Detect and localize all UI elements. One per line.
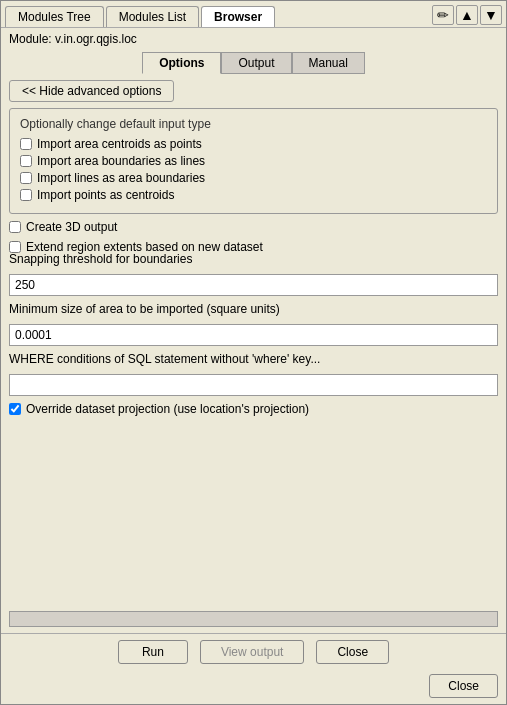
group-title: Optionally change default input type (20, 117, 487, 131)
override-projection-label[interactable]: Override dataset projection (use locatio… (26, 402, 309, 416)
import-boundaries-lines-label[interactable]: Import area boundaries as lines (37, 154, 205, 168)
extend-region-row: Extend region extents based on new datas… (9, 240, 498, 266)
progress-bar-area (1, 605, 506, 633)
footer-close-button[interactable]: Close (429, 674, 498, 698)
content-area: << Hide advanced options Optionally chan… (1, 74, 506, 605)
top-tab-bar: Modules Tree Modules List Browser ✏ ▲ ▼ (1, 1, 506, 28)
input-type-group: Optionally change default input type Imp… (9, 108, 498, 214)
where-input[interactable] (9, 374, 498, 396)
checkbox-row-points-centroids: Import points as centroids (20, 188, 487, 202)
where-label: WHERE conditions of SQL statement withou… (9, 352, 498, 366)
tab-modules-list[interactable]: Modules List (106, 6, 199, 27)
import-centroids-label[interactable]: Import area centroids as points (37, 137, 202, 151)
override-projection-checkbox[interactable] (9, 403, 21, 415)
min-area-input[interactable] (9, 324, 498, 346)
down-icon-btn[interactable]: ▼ (480, 5, 502, 25)
progress-bar (9, 611, 498, 627)
snapping-input[interactable] (9, 274, 498, 296)
snapping-field (9, 274, 498, 296)
run-button[interactable]: Run (118, 640, 188, 664)
tab-modules-tree[interactable]: Modules Tree (5, 6, 104, 27)
create-3d-label[interactable]: Create 3D output (26, 220, 117, 234)
footer-close-area: Close (1, 670, 506, 704)
import-points-centroids-label[interactable]: Import points as centroids (37, 188, 174, 202)
up-icon-btn[interactable]: ▲ (456, 5, 478, 25)
import-points-centroids-checkbox[interactable] (20, 189, 32, 201)
create-3d-checkbox[interactable] (9, 221, 21, 233)
tab-manual[interactable]: Manual (292, 52, 365, 74)
import-lines-boundaries-label[interactable]: Import lines as area boundaries (37, 171, 205, 185)
hide-advanced-button[interactable]: << Hide advanced options (9, 80, 174, 102)
tab-output[interactable]: Output (221, 52, 291, 74)
checkbox-row-centroids: Import area centroids as points (20, 137, 487, 151)
override-projection-row: Override dataset projection (use locatio… (9, 402, 498, 416)
import-boundaries-lines-checkbox[interactable] (20, 155, 32, 167)
checkbox-row-lines-boundaries: Import lines as area boundaries (20, 171, 487, 185)
module-label: Module: v.in.ogr.qgis.loc (1, 28, 506, 50)
create-3d-row: Create 3D output (9, 220, 498, 234)
bottom-button-bar: Run View output Close (1, 633, 506, 670)
section-tab-bar: Options Output Manual (1, 50, 506, 74)
edit-icon-btn[interactable]: ✏ (432, 5, 454, 25)
checkbox-row-boundaries-lines: Import area boundaries as lines (20, 154, 487, 168)
import-lines-boundaries-checkbox[interactable] (20, 172, 32, 184)
tab-icon-group: ✏ ▲ ▼ (432, 5, 502, 27)
min-area-field (9, 324, 498, 346)
where-field (9, 374, 498, 396)
min-area-label: Minimum size of area to be imported (squ… (9, 302, 498, 316)
tab-browser[interactable]: Browser (201, 6, 275, 27)
view-output-button[interactable]: View output (200, 640, 305, 664)
import-centroids-checkbox[interactable] (20, 138, 32, 150)
tab-options[interactable]: Options (142, 52, 221, 74)
snapping-label: Snapping threshold for boundaries (9, 252, 498, 266)
main-window: Modules Tree Modules List Browser ✏ ▲ ▼ … (0, 0, 507, 705)
close-button[interactable]: Close (316, 640, 389, 664)
